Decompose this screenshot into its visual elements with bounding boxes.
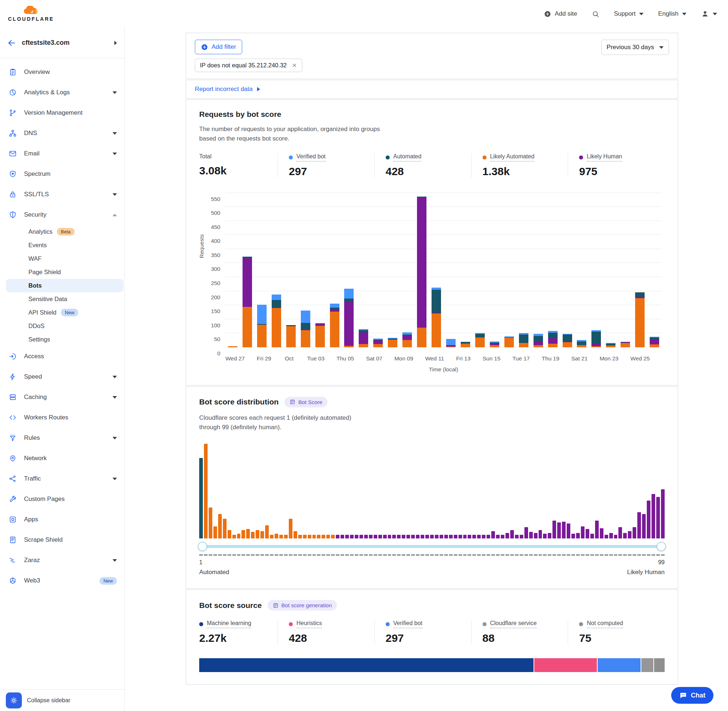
stacked-bar-day-23 bbox=[548, 193, 558, 347]
source-segment-machine-learning bbox=[199, 658, 533, 672]
stat-label[interactable]: Machine learning bbox=[207, 620, 251, 628]
main-content: Add filter Previous 30 days IP does not … bbox=[124, 28, 728, 711]
slider-handle-max[interactable] bbox=[657, 542, 666, 551]
version-icon bbox=[9, 109, 17, 117]
stat-label[interactable]: Verified bot bbox=[297, 153, 326, 162]
stat-label[interactable]: Verified bot bbox=[393, 620, 422, 628]
score-range-slider[interactable] bbox=[199, 541, 665, 552]
sidebar-subitem-sensitive-data[interactable]: Sensitive Data bbox=[6, 292, 124, 306]
hist-bar-score-52 bbox=[440, 535, 443, 538]
segment-likely-automated bbox=[650, 344, 659, 347]
legend-dot bbox=[579, 622, 583, 626]
close-icon[interactable] bbox=[292, 63, 297, 68]
sidebar-subitem-bots[interactable]: Bots bbox=[6, 279, 124, 292]
sidebar-subitem-api-shield[interactable]: API ShieldNew bbox=[6, 306, 124, 319]
stacked-bar-day-8 bbox=[330, 193, 340, 347]
x-tick: Sat 21 bbox=[571, 356, 588, 362]
account-menu[interactable] bbox=[701, 10, 717, 18]
hist-bar-score-33 bbox=[350, 535, 354, 538]
sidebar-item-web3[interactable]: Web3New bbox=[0, 571, 124, 591]
hist-bar-score-80 bbox=[571, 534, 575, 538]
stacked-bar-day-12 bbox=[388, 193, 397, 347]
stat-label[interactable]: Heuristics bbox=[297, 620, 322, 628]
sidebar-item-caching[interactable]: Caching bbox=[0, 387, 124, 407]
source-stacked-bar bbox=[199, 658, 665, 672]
sidebar-item-security[interactable]: Security bbox=[0, 205, 124, 225]
sidebar-item-custom-pages[interactable]: Custom Pages bbox=[0, 489, 124, 509]
hist-bar-score-66 bbox=[505, 533, 509, 539]
sidebar-subitem-ddos[interactable]: DDoS bbox=[6, 319, 124, 333]
stacked-bar-day-10 bbox=[359, 193, 368, 347]
sidebar-subitem-waf[interactable]: WAF bbox=[6, 252, 124, 266]
bot-score-generation-doc-badge[interactable]: Bot score generation bbox=[268, 600, 337, 611]
stat-label[interactable]: Cloudflare service bbox=[490, 620, 537, 628]
sidebar-subitem-settings[interactable]: Settings bbox=[6, 333, 124, 346]
sidebar-item-overview[interactable]: Overview bbox=[0, 62, 124, 82]
stat-label[interactable]: Likely Automated bbox=[490, 153, 535, 162]
hist-bar-score-98 bbox=[656, 497, 660, 538]
sidebar-item-speed[interactable]: Speed bbox=[0, 367, 124, 387]
legend-dot bbox=[483, 155, 487, 159]
sidebar-subitem-events[interactable]: Events bbox=[6, 239, 124, 252]
settings-gear-button[interactable] bbox=[6, 692, 22, 708]
hist-bar-score-57 bbox=[463, 535, 467, 538]
sidebar-item-rules[interactable]: Rules bbox=[0, 428, 124, 448]
add-filter-button[interactable]: Add filter bbox=[195, 40, 242, 54]
sidebar-item-traffic[interactable]: Traffic bbox=[0, 469, 124, 489]
chat-button[interactable]: Chat bbox=[671, 687, 713, 704]
sidebar-item-spectrum[interactable]: Spectrum bbox=[0, 164, 124, 184]
stat-label[interactable]: Not computed bbox=[587, 620, 623, 628]
back-arrow-icon[interactable] bbox=[7, 38, 16, 47]
sidebar-item-email[interactable]: Email bbox=[0, 143, 124, 164]
stat-value: 3.08k bbox=[199, 165, 267, 177]
hist-bar-score-19 bbox=[284, 535, 288, 538]
segment-verified-bot bbox=[257, 305, 267, 324]
stat-value: 1.38k bbox=[483, 165, 557, 178]
x-tick bbox=[295, 356, 307, 362]
sidebar-item-apps[interactable]: Apps bbox=[0, 509, 124, 530]
search-button[interactable] bbox=[592, 10, 600, 18]
hist-bar-score-6 bbox=[223, 519, 226, 539]
sidebar-item-dns[interactable]: DNS bbox=[0, 123, 124, 143]
sidebar-subitem-page-shield[interactable]: Page Shield bbox=[6, 266, 124, 279]
segment-likely-human bbox=[359, 332, 368, 344]
hist-bar-score-83 bbox=[586, 529, 589, 538]
sidebar-subitem-analytics[interactable]: AnalyticsBeta bbox=[6, 225, 124, 239]
filter-chip[interactable]: IP does not equal 35.212.240.32 bbox=[195, 59, 302, 72]
segment-likely-automated bbox=[228, 346, 238, 347]
sidebar-item-scrape-shield[interactable]: Scrape Shield bbox=[0, 530, 124, 550]
hist-bar-score-58 bbox=[468, 535, 471, 538]
sidebar-item-workers-routes[interactable]: Workers Routes bbox=[0, 407, 124, 428]
report-incorrect-data-link[interactable]: Report incorrect data bbox=[186, 80, 678, 99]
language-menu[interactable]: English bbox=[658, 10, 687, 18]
hist-bar-score-63 bbox=[491, 531, 495, 539]
support-menu[interactable]: Support bbox=[614, 10, 644, 18]
stat-label[interactable]: Likely Human bbox=[587, 153, 622, 162]
segment-likely-automated bbox=[315, 326, 325, 347]
segment-automated bbox=[301, 323, 310, 329]
collapse-sidebar-label[interactable]: Collapse sidebar bbox=[27, 697, 70, 704]
custom-pages-icon bbox=[9, 495, 17, 503]
sidebar-item-analytics-logs[interactable]: Analytics & Logs bbox=[0, 82, 124, 103]
sidebar-item-version-management[interactable]: Version Management bbox=[0, 103, 124, 123]
chevron-down-icon bbox=[682, 13, 687, 15]
sidebar-item-network[interactable]: Network bbox=[0, 448, 124, 469]
sidebar-item-ssl-tls[interactable]: SSL/TLS bbox=[0, 184, 124, 205]
slider-track[interactable] bbox=[199, 545, 665, 548]
hist-bar-score-16 bbox=[270, 535, 273, 538]
sidebar-footer: Collapse sidebar bbox=[0, 689, 124, 711]
stat-value: 428 bbox=[289, 632, 363, 645]
sidebar-item-access[interactable]: Access bbox=[0, 346, 124, 367]
slider-handle-min[interactable] bbox=[198, 542, 207, 551]
date-range-select[interactable]: Previous 30 days bbox=[601, 40, 669, 55]
segment-verified-bot bbox=[344, 289, 354, 299]
stat-label[interactable]: Automated bbox=[393, 153, 421, 162]
add-site-button[interactable]: Add site bbox=[544, 10, 577, 18]
site-switcher[interactable]: cftestsite3.com bbox=[0, 28, 124, 58]
chevron-right-icon[interactable] bbox=[114, 41, 117, 45]
sidebar-item-zaraz[interactable]: Zaraz bbox=[0, 550, 124, 571]
legend-dot bbox=[386, 155, 390, 159]
bot-score-doc-badge[interactable]: Bot Score bbox=[284, 397, 328, 407]
zaraz-icon bbox=[9, 556, 17, 564]
segment-likely-automated bbox=[490, 345, 499, 347]
